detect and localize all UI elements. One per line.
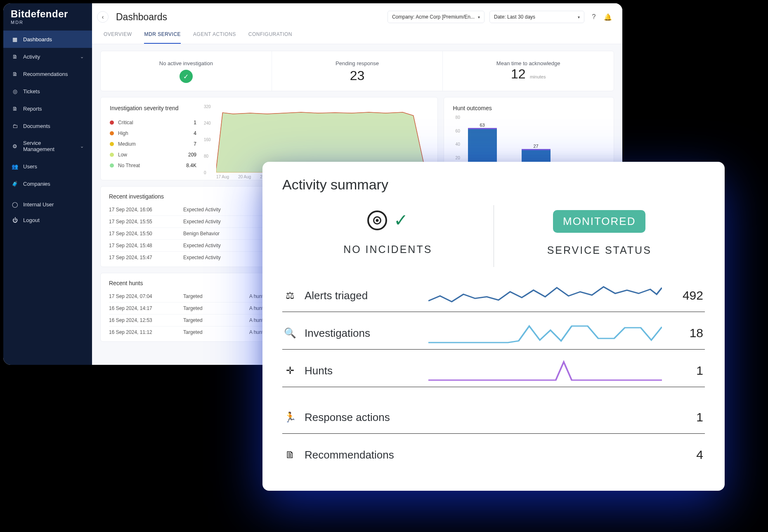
overlay-service-col: MONITORED SERVICE STATUS xyxy=(494,205,705,267)
kpi-title: Pending response xyxy=(276,60,439,66)
sidebar-footer: ◯ Internal User ⏻ Logout xyxy=(3,196,92,365)
company-selector[interactable]: Company: Acme Corp [Premium/En... ▾ xyxy=(388,11,484,23)
panel-title: Investigation severity trend xyxy=(110,105,196,111)
metric-list: ⚖ Alerts triaged 492 🔍 Investigations 18… xyxy=(282,278,705,471)
doc-check-icon: 🗎 xyxy=(284,449,296,461)
bell-icon[interactable]: 🔔 xyxy=(603,13,612,21)
sliders-icon: ⚖ xyxy=(284,290,296,301)
legend-item: High4 xyxy=(110,128,196,139)
metric-alerts-triaged: ⚖ Alerts triaged 492 xyxy=(282,278,705,312)
sidebar-item-reports[interactable]: 🗎 Reports xyxy=(3,100,92,117)
kpi-title: Mean time to acknowledge xyxy=(447,60,610,66)
kpi-row: No active investigation ✓ Pending respon… xyxy=(100,51,614,91)
power-icon: ⏻ xyxy=(12,217,18,223)
incident-icon-group: ✓ xyxy=(367,210,408,230)
sidebar-item-service-management[interactable]: ⚙ Service Management ⌄ xyxy=(3,135,92,158)
user-circle-icon: ◯ xyxy=(12,201,18,208)
page-title: Dashboards xyxy=(116,12,167,23)
dot-icon xyxy=(110,153,114,157)
tab-agent-actions[interactable]: AGENT ACTIONS xyxy=(193,27,236,44)
kpi-mtta: Mean time to acknowledge 12 minutes xyxy=(442,51,614,91)
metric-response-actions: 🏃 Response actions 1 xyxy=(282,400,705,434)
sidebar-item-internal-user[interactable]: ◯ Internal User xyxy=(3,196,92,212)
dot-icon xyxy=(110,121,114,125)
metric-investigations: 🔍 Investigations 18 xyxy=(282,315,705,350)
doc-icon: 🗎 xyxy=(12,71,18,77)
nav-label: Internal User xyxy=(23,201,54,208)
back-button[interactable]: ‹ xyxy=(97,11,109,23)
briefcase-icon: 🧳 xyxy=(12,180,18,187)
kpi-title: No active investigation xyxy=(105,60,267,66)
sidebar-item-dashboards[interactable]: ▦ Dashboards xyxy=(3,31,92,48)
chevron-down-icon: ⌄ xyxy=(80,54,84,59)
legend-item: Medium7 xyxy=(110,139,196,149)
nav: ▦ Dashboards 🗎 Activity ⌄ 🗎 Recommendati… xyxy=(3,31,92,193)
nav-label: Service Management xyxy=(23,140,70,152)
grid-icon: ▦ xyxy=(12,36,18,43)
gear-icon: ⚙ xyxy=(12,143,18,149)
kpi-value: 12 xyxy=(511,66,526,81)
help-icon[interactable]: ? xyxy=(589,13,598,21)
sidebar-item-recommendations[interactable]: 🗎 Recommendations xyxy=(3,65,92,83)
chevron-down-icon: ⌄ xyxy=(80,144,84,149)
tabs: OVERVIEW MDR SERVICE AGENT ACTIONS CONFI… xyxy=(92,27,622,44)
dot-icon xyxy=(110,131,114,135)
brand-name: Bitdefender xyxy=(11,8,85,20)
activity-summary-card: Activity summary ✓ NO INCIDENTS MONITORE… xyxy=(262,162,725,491)
nav-label: Recommendations xyxy=(23,71,68,77)
check-icon: ✓ xyxy=(394,210,408,230)
legend-item: Low209 xyxy=(110,149,196,160)
metric-recommendations: 🗎 Recommendations 4 xyxy=(282,437,705,471)
nav-label: Tickets xyxy=(23,88,40,95)
nav-label: Documents xyxy=(23,123,50,129)
kpi-unit: minutes xyxy=(530,74,546,79)
overlay-title: Activity summary xyxy=(282,177,705,193)
panel-title: Hunt outcomes xyxy=(453,105,605,111)
sidebar-item-documents[interactable]: 🗀 Documents xyxy=(3,117,92,135)
sidebar-item-users[interactable]: 👥 Users xyxy=(3,158,92,175)
sidebar-item-tickets[interactable]: ◎ Tickets xyxy=(3,83,92,100)
users-icon: 👥 xyxy=(12,163,18,170)
sidebar-item-activity[interactable]: 🗎 Activity ⌄ xyxy=(3,48,92,65)
status-pill: MONITORED xyxy=(553,210,645,233)
nav-label: Activity xyxy=(23,54,40,60)
sparkline xyxy=(428,284,662,307)
nav-label: Reports xyxy=(23,106,42,112)
magnifier-icon: 🔍 xyxy=(284,327,296,339)
kpi-no-active-investigation: No active investigation ✓ xyxy=(101,51,272,91)
brand: Bitdefender MDR xyxy=(3,3,92,27)
crosshair-icon: ✛ xyxy=(284,365,296,376)
chevron-down-icon: ▾ xyxy=(478,15,480,19)
kpi-pending-response: Pending response 23 xyxy=(272,51,443,91)
metric-hunts: ✛ Hunts 1 xyxy=(282,353,705,387)
radar-icon xyxy=(367,210,387,230)
person-run-icon: 🏃 xyxy=(284,411,296,423)
nav-label: Logout xyxy=(23,217,40,223)
tab-configuration[interactable]: CONFIGURATION xyxy=(248,27,292,44)
chevron-down-icon: ▾ xyxy=(578,15,580,19)
date-selector[interactable]: Date: Last 30 days ▾ xyxy=(489,11,584,23)
bar: 63 xyxy=(468,128,497,165)
topbar: ‹ Dashboards Company: Acme Corp [Premium… xyxy=(92,3,622,27)
legend-item: Critical1 xyxy=(110,117,196,128)
nav-label: Dashboards xyxy=(23,36,52,43)
overlay-right-label: SERVICE STATUS xyxy=(498,244,701,256)
tab-overview[interactable]: OVERVIEW xyxy=(104,27,132,44)
sidebar-item-companies[interactable]: 🧳 Companies xyxy=(3,175,92,192)
legend: Critical1 High4 Medium7 Low209 No Threat… xyxy=(110,117,196,171)
sidebar: Bitdefender MDR ▦ Dashboards 🗎 Activity … xyxy=(3,3,92,365)
target-icon: ◎ xyxy=(12,88,18,95)
nav-label: Users xyxy=(23,163,37,170)
page-icon: 🗎 xyxy=(12,105,18,112)
date-selector-label: Date: Last 30 days xyxy=(494,14,535,20)
folder-icon: 🗀 xyxy=(12,123,18,129)
dot-icon xyxy=(110,142,114,146)
sidebar-item-logout[interactable]: ⏻ Logout xyxy=(3,212,92,228)
sparkline xyxy=(428,322,662,344)
sparkline xyxy=(428,359,662,382)
tab-mdr-service[interactable]: MDR SERVICE xyxy=(144,27,181,44)
overlay-incidents-col: ✓ NO INCIDENTS xyxy=(282,205,494,267)
legend-item: No Threat8.4K xyxy=(110,160,196,171)
nav-label: Companies xyxy=(23,181,50,187)
kpi-value: 23 xyxy=(276,68,439,83)
